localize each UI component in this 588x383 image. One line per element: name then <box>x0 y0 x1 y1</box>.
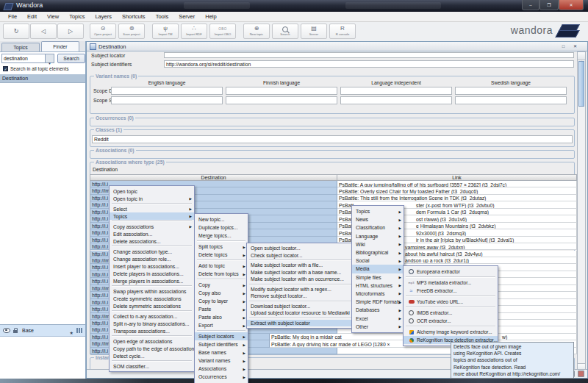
topics-item-copy-to-layer[interactable]: Copy to layer▶ <box>195 297 248 305</box>
association-item-change-association-role[interactable]: Change association role... <box>110 255 194 262</box>
search-input[interactable]: destination <box>4 56 28 61</box>
topics-item-subject-locators[interactable]: Subject locators▶ <box>195 332 248 340</box>
extract-item-other[interactable]: Other▶ <box>352 323 404 331</box>
topics-item-occurrences[interactable]: Occurrences▶ <box>195 373 248 381</box>
association-item-copy-associations[interactable]: Copy associations▶ <box>110 223 194 230</box>
menubar-server[interactable]: Server <box>173 13 200 20</box>
topics-item-add-to-topic[interactable]: Add to topic▶ <box>195 262 248 270</box>
association-item-create-symmetric-associations[interactable]: Create symmetric associations <box>110 295 194 302</box>
column-header-link[interactable]: Link <box>337 174 577 181</box>
toolbar-new-topic[interactable]: ⊕New topic <box>243 24 270 39</box>
topics-item-variant-names[interactable]: Variant names▶ <box>195 357 248 365</box>
column-header-destination[interactable]: Destination <box>90 174 337 181</box>
association-item-delete-symmetric-associations[interactable]: Delete symmetric associations <box>110 302 194 309</box>
extract-item-simple-rdf-formats[interactable]: Simple RDF formats▶ <box>352 298 404 306</box>
variant-field[interactable] <box>111 96 223 104</box>
media-item-alchemy-image-keyword-extractor[interactable]: Alchemy image keyword extractor... <box>404 328 498 336</box>
search-combobox[interactable]: destination <box>1 54 54 63</box>
extract-item-language[interactable]: Language▶ <box>352 232 404 240</box>
menubar-file[interactable]: File <box>3 13 22 20</box>
eye-icon[interactable] <box>3 328 10 333</box>
panel-maximize-icon[interactable] <box>560 43 567 49</box>
association-item-open-topic-in[interactable]: Open topic in▶ <box>110 195 194 202</box>
extract-item-html-structures[interactable]: HTML structures▶ <box>352 282 404 290</box>
assoc-link-cell[interactable]: PsBattle: A guy jumping/falling off of h… <box>337 181 577 187</box>
maximize-button[interactable] <box>539 0 559 10</box>
layer-row-base[interactable]: Base <box>0 325 85 337</box>
variant-field[interactable] <box>340 96 452 104</box>
topics-item-associations[interactable]: Associations▶ <box>195 365 248 373</box>
vertical-scrollbar[interactable] <box>577 51 586 372</box>
extract-item-databases[interactable]: Databases▶ <box>352 306 404 314</box>
association-item-open-topic[interactable]: Open topic <box>110 187 194 195</box>
media-item-mp3-metadata-extractor[interactable]: MP3 metadata extractor... <box>404 279 498 287</box>
variant-field[interactable] <box>226 96 337 104</box>
media-item-freedb-extractor[interactable]: FreeDB extractor... <box>404 287 498 295</box>
minimize-button[interactable] <box>522 0 539 10</box>
status-icon-edit[interactable] <box>578 371 584 377</box>
topics-item-subject-identifiers[interactable]: Subject identifiers▶ <box>195 340 248 348</box>
extract-item-bibliographical[interactable]: Bibliographical▶ <box>352 248 404 257</box>
class-item-reddit[interactable]: Reddit <box>92 135 573 143</box>
association-item-merge-players-in-associations[interactable]: Merge players in associations... <box>110 277 194 284</box>
topics-item-split-topics[interactable]: Split topics▶ <box>195 243 248 251</box>
lock-icon[interactable] <box>13 330 18 334</box>
topic-panel-header[interactable]: Destination <box>87 42 587 51</box>
tab-finder[interactable]: Finder <box>41 41 79 51</box>
topics-item-base-names[interactable]: Base names▶ <box>195 348 248 357</box>
toolbar-back[interactable]: ◁ <box>30 24 57 39</box>
extract-item-excel[interactable]: Excel▶ <box>352 314 404 322</box>
topics-item-copy[interactable]: Copy▶ <box>195 281 248 289</box>
scroll-up-icon[interactable] <box>578 52 585 60</box>
variant-field[interactable] <box>340 87 452 95</box>
close-button[interactable] <box>559 0 584 10</box>
media-item-imdb-extractor[interactable]: IMDB extractor... <box>404 309 498 317</box>
topics-item-copy-also[interactable]: Copy also▶ <box>195 289 248 297</box>
association-item-swap-players-within-associations[interactable]: Swap players within associations <box>110 287 194 295</box>
association-item-topics[interactable]: Topics▶ <box>110 212 194 220</box>
extract-item-wiki[interactable]: Wiki▶ <box>352 240 404 248</box>
panel-close-icon[interactable] <box>572 43 578 49</box>
topics-item-new-topic[interactable]: New topic... <box>195 215 248 223</box>
toolbar-import-obo[interactable]: OBOImport OBO <box>209 24 236 39</box>
media-item-ocr-extractor[interactable]: OCR extractor... <box>404 317 498 325</box>
association-item-detect-cycle[interactable]: Detect cycle... <box>110 352 194 359</box>
toolbar-search[interactable]: Search <box>272 24 298 39</box>
extract-item-microformats[interactable]: Microformats▶ <box>352 290 404 298</box>
extract-item-news[interactable]: News▶ <box>352 215 404 223</box>
association-item-select[interactable]: Select▶ <box>110 205 194 212</box>
topics-item-paste-also[interactable]: Paste also▶ <box>195 313 248 321</box>
variant-field[interactable] <box>455 87 567 95</box>
menubar-shortcuts[interactable]: Shortcuts <box>117 13 151 20</box>
media-item-europeana-extractor[interactable]: Europeana extractor <box>404 268 498 276</box>
extract-item-media[interactable]: Media▶ <box>352 265 404 273</box>
association-item-edit-association[interactable]: Edit association... <box>110 230 194 237</box>
toolbar-import-tm[interactable]: ψImport TM <box>152 24 179 39</box>
topics-item-delete-from-topics[interactable]: Delete from topics▶ <box>195 270 248 278</box>
subject-identifiers-field[interactable]: http://wandora.org/si/reddit/destination <box>164 60 574 68</box>
toolbar-import-rdf[interactable]: ∴Import RDF <box>181 24 207 39</box>
search-result-destination[interactable]: Destination <box>0 74 85 83</box>
association-item-change-association-type[interactable]: Change association type... <box>110 248 194 255</box>
scrollbar-thumb[interactable] <box>578 61 584 107</box>
variant-field[interactable] <box>226 87 337 95</box>
topics-item-export[interactable]: Export▶ <box>195 321 248 329</box>
topics-item-paste[interactable]: Paste▶ <box>195 305 248 313</box>
association-item-delete-players-in-associations[interactable]: Delete players in associations... <box>110 270 194 277</box>
association-item-copy-path-to-the-edge-of-associations[interactable]: Copy path to the edge of associations <box>110 345 194 352</box>
sidebar-search-button[interactable]: Search <box>57 54 85 63</box>
menubar-layers[interactable]: Layers <box>90 13 117 20</box>
topics-item-merge-topics[interactable]: Merge topics... <box>195 232 248 240</box>
extract-item-social[interactable]: Social▶ <box>352 257 404 265</box>
extract-item-classification[interactable]: Classification▶ <box>352 223 404 232</box>
association-item-insert-player-to-associations[interactable]: Insert player to associations... <box>110 262 194 270</box>
association-item-split-n-ary-to-binary-associations[interactable]: Split n-ary to binary associations... <box>110 320 194 327</box>
association-item-open-edge-of-associations[interactable]: Open edge of associations <box>110 337 194 345</box>
association-item-delete-associations[interactable]: Delete associations... <box>110 237 194 245</box>
menubar-tools[interactable]: Tools <box>151 13 174 20</box>
topics-item-duplicate-topics[interactable]: Duplicate topics... <box>195 223 248 232</box>
menubar-topics[interactable]: Topics <box>64 13 90 20</box>
menubar-help[interactable]: Help <box>200 13 221 20</box>
subject-locator-field[interactable] <box>164 52 574 58</box>
association-item-som-classifier[interactable]: SOM classifier... <box>110 362 194 370</box>
